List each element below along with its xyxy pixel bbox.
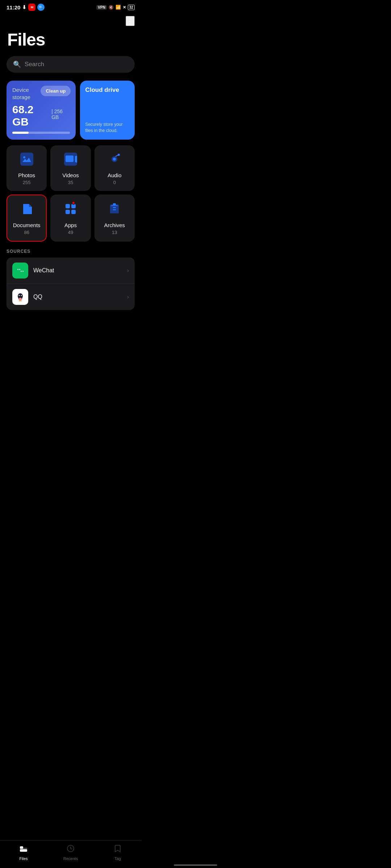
svg-marker-4 [75,156,77,163]
search-placeholder: Search [25,61,44,68]
cloud-subtitle: Securely store your files in the cloud. [85,122,130,134]
svg-point-20 [20,269,25,273]
x-icon: ✕ [123,5,126,10]
audio-count: 0 [113,180,116,185]
svg-rect-9 [66,204,70,208]
archives-label: Archives [104,222,125,228]
svg-point-22 [22,271,24,272]
category-audio[interactable]: Audio 0 [94,145,135,191]
qq-icon [12,289,28,305]
svg-rect-0 [20,153,33,166]
svg-point-27 [19,295,20,296]
audio-icon [108,153,121,169]
source-wechat[interactable]: WeChat › [7,258,135,284]
svg-rect-3 [66,156,73,162]
storage-size: 68.2 GB | 256 GB [12,103,70,128]
storage-total: | 256 GB [51,109,70,120]
videos-count: 35 [68,180,73,185]
download-icon: ⬇ [22,4,26,10]
svg-rect-30 [20,301,22,301]
search-icon: 🔍 [13,60,21,68]
wechat-icon [12,263,28,278]
apps-label: Apps [64,222,77,228]
qq-name: QQ [33,294,122,300]
storage-bar-fill [12,132,29,134]
cards-row: Devicestorage Clean up 68.2 GB | 256 GB … [0,81,141,140]
category-photos[interactable]: Photos 255 [7,145,47,191]
apps-count: 49 [68,230,73,235]
category-documents[interactable]: Documents 86 [7,195,47,242]
status-time: 11:20 [7,4,20,10]
photos-label: Photos [18,172,35,178]
app-icon-blue: 🔍 [37,4,45,11]
svg-point-19 [19,269,20,270]
signal-icon: 📶 [115,5,121,10]
header: ⋮ [0,12,141,26]
archives-count: 13 [112,230,117,235]
svg-rect-11 [66,210,70,214]
status-bar: 11:20 ⬇ M 🔍 VPN 🔇 📶 ✕ 32 [0,0,141,12]
svg-point-21 [21,271,22,272]
svg-rect-29 [19,301,20,301]
wechat-chevron: › [127,267,129,274]
source-qq[interactable]: QQ › [7,284,135,310]
cloud-drive-card[interactable]: Cloud drive Securely store your files in… [80,81,135,140]
photos-icon [20,153,33,169]
svg-point-28 [21,295,22,296]
device-storage-card[interactable]: Devicestorage Clean up 68.2 GB | 256 GB [7,81,76,140]
more-button[interactable]: ⋮ [126,16,135,26]
documents-icon [20,203,33,218]
audio-label: Audio [108,172,121,178]
cloud-title: Cloud drive [85,86,130,94]
svg-point-1 [23,156,25,158]
categories-grid: Photos 255 Videos 35 Audio 0 Documents 8… [0,145,141,242]
documents-count: 86 [24,230,29,235]
page-title: Files [0,26,141,56]
svg-point-26 [19,298,22,301]
cleanup-button[interactable]: Clean up [41,86,71,96]
svg-point-18 [17,269,18,270]
category-archives[interactable]: Archives 13 [94,195,135,242]
sources-label: SOURCES [7,249,135,254]
storage-bar-background [12,132,70,134]
svg-point-6 [113,158,116,161]
wechat-name: WeChat [33,267,122,274]
battery-indicator: 32 [128,5,135,10]
archives-icon [108,203,121,218]
search-bar[interactable]: 🔍 Search [7,56,135,73]
category-videos[interactable]: Videos 35 [50,145,91,191]
documents-label: Documents [13,222,41,228]
sources-list: WeChat › QQ [7,258,135,310]
videos-label: Videos [62,172,79,178]
svg-point-8 [118,154,120,156]
mute-icon: 🔇 [109,5,114,10]
vpn-badge: VPN [96,5,107,10]
photos-count: 255 [23,180,31,185]
app-icon-red: M [28,4,35,11]
sources-section: SOURCES WeChat › [0,249,141,310]
apps-icon [64,203,77,218]
videos-icon [64,153,77,169]
svg-rect-12 [71,210,76,214]
qq-chevron: › [127,294,129,300]
category-apps[interactable]: Apps 49 [50,195,91,242]
